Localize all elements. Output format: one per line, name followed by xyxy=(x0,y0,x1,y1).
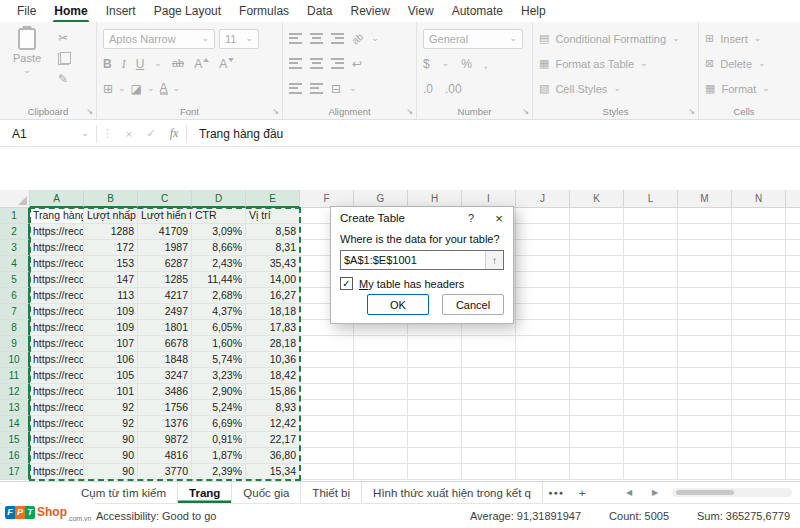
cell-N9[interactable] xyxy=(732,336,786,352)
cell-O11[interactable] xyxy=(786,368,800,384)
copy-icon[interactable] xyxy=(58,52,71,65)
cell-J3[interactable] xyxy=(516,240,570,256)
italic-button[interactable]: I xyxy=(122,58,126,70)
row-header-8[interactable]: 8 xyxy=(0,320,30,336)
cell-D3[interactable]: 8,66% xyxy=(192,240,246,256)
column-header-K[interactable]: K xyxy=(570,190,624,208)
cell-E3[interactable]: 8,31 xyxy=(246,240,300,256)
cell-C2[interactable]: 41709 xyxy=(138,224,192,240)
cell-J6[interactable] xyxy=(516,288,570,304)
cell-L10[interactable] xyxy=(624,352,678,368)
cell-O12[interactable] xyxy=(786,384,800,400)
cell-D17[interactable]: 2,39% xyxy=(192,464,246,480)
cell-E2[interactable]: 8,58 xyxy=(246,224,300,240)
cell-C13[interactable]: 1756 xyxy=(138,400,192,416)
cell-B3[interactable]: 172 xyxy=(84,240,138,256)
cell-A8[interactable]: https://recce xyxy=(30,320,84,336)
dialog-help-button[interactable]: ? xyxy=(457,207,485,229)
cell-D16[interactable]: 1,87% xyxy=(192,448,246,464)
new-sheet-button[interactable]: + xyxy=(569,482,595,503)
cell-O7[interactable] xyxy=(786,304,800,320)
cell-M17[interactable] xyxy=(678,464,732,480)
strikethrough-button[interactable]: ab xyxy=(172,58,184,69)
row-header-4[interactable]: 4 xyxy=(0,256,30,272)
decrease-indent-icon[interactable] xyxy=(289,83,302,94)
row-header-16[interactable]: 16 xyxy=(0,448,30,464)
cell-D1[interactable]: CTR xyxy=(192,208,246,224)
cell-E4[interactable]: 35,43 xyxy=(246,256,300,272)
cell-M7[interactable] xyxy=(678,304,732,320)
cell-G15[interactable] xyxy=(354,432,408,448)
format-as-table-button[interactable]: ▦ Format as Table ⌄ xyxy=(539,51,692,76)
cell-B8[interactable]: 109 xyxy=(84,320,138,336)
cell-A4[interactable]: https://recce xyxy=(30,256,84,272)
cell-H16[interactable] xyxy=(408,448,462,464)
cell-A11[interactable]: https://recce xyxy=(30,368,84,384)
cell-E16[interactable]: 36,80 xyxy=(246,448,300,464)
cell-G16[interactable] xyxy=(354,448,408,464)
cell-G13[interactable] xyxy=(354,400,408,416)
cell-B13[interactable]: 92 xyxy=(84,400,138,416)
cell-J12[interactable] xyxy=(516,384,570,400)
cell-L9[interactable] xyxy=(624,336,678,352)
cancel-button[interactable]: Cancel xyxy=(442,294,504,315)
align-left-icon[interactable] xyxy=(289,58,302,69)
cell-K1[interactable] xyxy=(570,208,624,224)
cell-K16[interactable] xyxy=(570,448,624,464)
align-top-icon[interactable] xyxy=(289,33,302,44)
cell-L16[interactable] xyxy=(624,448,678,464)
cell-F12[interactable] xyxy=(300,384,354,400)
cell-H9[interactable] xyxy=(408,336,462,352)
cell-D6[interactable]: 2,68% xyxy=(192,288,246,304)
cell-L1[interactable] xyxy=(624,208,678,224)
font-color-chevron-icon[interactable]: ⌄ xyxy=(173,84,181,93)
alignment-dialog-launcher-icon[interactable]: ↘ xyxy=(406,108,413,116)
cell-D4[interactable]: 2,43% xyxy=(192,256,246,272)
scroll-left-button[interactable]: ◀ xyxy=(616,488,642,497)
cell-A14[interactable]: https://recce xyxy=(30,416,84,432)
cell-N2[interactable] xyxy=(732,224,786,240)
cell-A6[interactable]: https://recce xyxy=(30,288,84,304)
cell-O10[interactable] xyxy=(786,352,800,368)
name-box[interactable]: A1 ⌄ xyxy=(0,121,96,146)
cell-B4[interactable]: 153 xyxy=(84,256,138,272)
cell-E6[interactable]: 16,27 xyxy=(246,288,300,304)
cell-K13[interactable] xyxy=(570,400,624,416)
dialog-close-button[interactable]: × xyxy=(485,207,513,229)
cell-C10[interactable]: 1848 xyxy=(138,352,192,368)
cell-I11[interactable] xyxy=(462,368,516,384)
column-header-B[interactable]: B xyxy=(84,190,138,208)
merge-chevron-icon[interactable]: ⌄ xyxy=(349,84,357,93)
cell-F13[interactable] xyxy=(300,400,354,416)
cell-H11[interactable] xyxy=(408,368,462,384)
row-header-10[interactable]: 10 xyxy=(0,352,30,368)
cell-A3[interactable]: https://recce xyxy=(30,240,84,256)
cell-H15[interactable] xyxy=(408,432,462,448)
borders-button[interactable]: ⊞ xyxy=(103,83,113,95)
cell-F10[interactable] xyxy=(300,352,354,368)
cell-D12[interactable]: 2,90% xyxy=(192,384,246,400)
cell-J4[interactable] xyxy=(516,256,570,272)
menu-tab-review[interactable]: Review xyxy=(341,1,398,21)
cell-I14[interactable] xyxy=(462,416,516,432)
cell-M13[interactable] xyxy=(678,400,732,416)
menu-tab-help[interactable]: Help xyxy=(512,1,555,21)
clipboard-dialog-launcher-icon[interactable]: ↘ xyxy=(86,108,93,116)
column-header-O[interactable]: O xyxy=(786,190,800,208)
cell-D8[interactable]: 6,05% xyxy=(192,320,246,336)
row-header-13[interactable]: 13 xyxy=(0,400,30,416)
cell-G11[interactable] xyxy=(354,368,408,384)
confirm-entry-icon[interactable]: ✓ xyxy=(140,127,162,140)
cell-J11[interactable] xyxy=(516,368,570,384)
cell-C8[interactable]: 1801 xyxy=(138,320,192,336)
cell-B10[interactable]: 106 xyxy=(84,352,138,368)
cell-J7[interactable] xyxy=(516,304,570,320)
font-color-button[interactable]: A xyxy=(160,82,168,95)
cell-N4[interactable] xyxy=(732,256,786,272)
menu-tab-home[interactable]: Home xyxy=(45,1,96,21)
font-name-combo[interactable]: Aptos Narrow ⌄ xyxy=(103,29,215,49)
menu-tab-formulas[interactable]: Formulas xyxy=(230,1,298,21)
cell-A15[interactable]: https://recce xyxy=(30,432,84,448)
decrease-font-size-button[interactable]: A xyxy=(219,58,234,70)
horizontal-scrollbar[interactable] xyxy=(672,488,792,497)
